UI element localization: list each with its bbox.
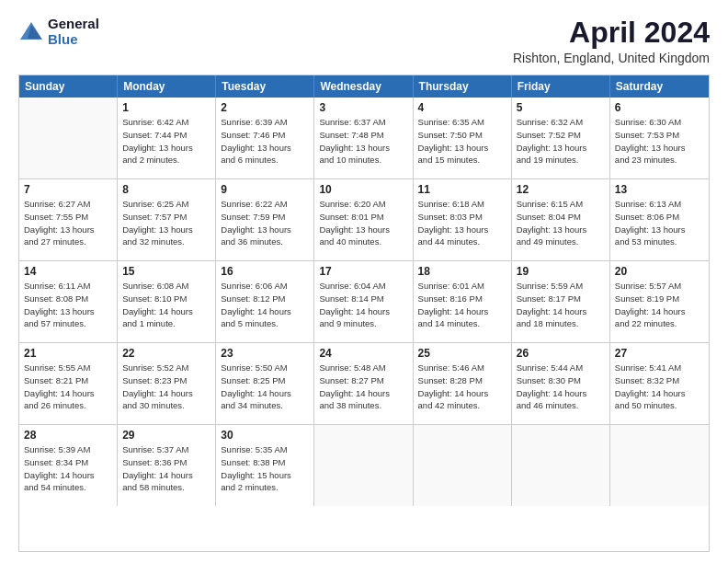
calendar-cell: 7Sunrise: 6:27 AM Sunset: 7:55 PM Daylig… bbox=[19, 179, 118, 260]
day-number: 30 bbox=[221, 429, 309, 442]
calendar-week-row: 14Sunrise: 6:11 AM Sunset: 8:08 PM Dayli… bbox=[19, 261, 709, 343]
calendar-cell: 19Sunrise: 5:59 AM Sunset: 8:17 PM Dayli… bbox=[512, 261, 610, 342]
day-info: Sunrise: 6:11 AM Sunset: 8:08 PM Dayligh… bbox=[24, 280, 112, 330]
calendar-day-header: Tuesday bbox=[216, 75, 314, 98]
month-title: April 2024 bbox=[513, 17, 710, 49]
day-number: 20 bbox=[615, 265, 704, 278]
calendar-cell: 28Sunrise: 5:39 AM Sunset: 8:34 PM Dayli… bbox=[19, 425, 118, 506]
day-info: Sunrise: 6:42 AM Sunset: 7:44 PM Dayligh… bbox=[122, 116, 210, 167]
calendar-day-header: Monday bbox=[118, 75, 216, 98]
day-info: Sunrise: 6:13 AM Sunset: 8:06 PM Dayligh… bbox=[615, 198, 704, 248]
calendar-cell: 8Sunrise: 6:25 AM Sunset: 7:57 PM Daylig… bbox=[118, 179, 216, 260]
day-info: Sunrise: 5:39 AM Sunset: 8:34 PM Dayligh… bbox=[24, 443, 112, 494]
calendar-cell: 17Sunrise: 6:04 AM Sunset: 8:14 PM Dayli… bbox=[314, 261, 413, 342]
calendar-day-header: Thursday bbox=[414, 75, 512, 98]
calendar-cell: 13Sunrise: 6:13 AM Sunset: 8:06 PM Dayli… bbox=[610, 179, 709, 260]
day-number: 15 bbox=[122, 265, 210, 278]
day-number: 2 bbox=[221, 101, 309, 114]
day-number: 29 bbox=[122, 429, 210, 442]
day-info: Sunrise: 6:27 AM Sunset: 7:55 PM Dayligh… bbox=[24, 198, 112, 248]
calendar-cell: 11Sunrise: 6:18 AM Sunset: 8:03 PM Dayli… bbox=[414, 179, 512, 260]
calendar-cell: 14Sunrise: 6:11 AM Sunset: 8:08 PM Dayli… bbox=[19, 261, 118, 342]
calendar-cell: 26Sunrise: 5:44 AM Sunset: 8:30 PM Dayli… bbox=[512, 343, 610, 424]
day-info: Sunrise: 6:39 AM Sunset: 7:46 PM Dayligh… bbox=[221, 116, 309, 167]
calendar-cell: 27Sunrise: 5:41 AM Sunset: 8:32 PM Dayli… bbox=[610, 343, 709, 424]
calendar-cell: 12Sunrise: 6:15 AM Sunset: 8:04 PM Dayli… bbox=[512, 179, 610, 260]
day-number: 24 bbox=[319, 347, 407, 360]
day-info: Sunrise: 5:44 AM Sunset: 8:30 PM Dayligh… bbox=[517, 362, 605, 412]
calendar-cell: 20Sunrise: 5:57 AM Sunset: 8:19 PM Dayli… bbox=[610, 261, 709, 342]
day-number: 11 bbox=[418, 183, 506, 196]
day-info: Sunrise: 6:32 AM Sunset: 7:52 PM Dayligh… bbox=[517, 116, 605, 167]
logo-blue-text: Blue bbox=[48, 32, 99, 48]
day-number: 22 bbox=[122, 347, 210, 360]
calendar-week-row: 28Sunrise: 5:39 AM Sunset: 8:34 PM Dayli… bbox=[19, 425, 709, 506]
day-number: 9 bbox=[221, 183, 309, 196]
day-number: 23 bbox=[221, 347, 309, 360]
calendar-cell: 10Sunrise: 6:20 AM Sunset: 8:01 PM Dayli… bbox=[314, 179, 413, 260]
page-header: General Blue April 2024 Rishton, England… bbox=[18, 17, 710, 65]
day-info: Sunrise: 6:06 AM Sunset: 8:12 PM Dayligh… bbox=[221, 280, 309, 330]
day-info: Sunrise: 6:04 AM Sunset: 8:14 PM Dayligh… bbox=[319, 280, 407, 330]
logo-general-text: General bbox=[48, 17, 99, 32]
calendar-cell: 9Sunrise: 6:22 AM Sunset: 7:59 PM Daylig… bbox=[216, 179, 314, 260]
day-info: Sunrise: 6:37 AM Sunset: 7:48 PM Dayligh… bbox=[319, 116, 407, 167]
calendar-cell bbox=[414, 425, 512, 506]
day-info: Sunrise: 5:37 AM Sunset: 8:36 PM Dayligh… bbox=[122, 443, 210, 494]
calendar-cell: 18Sunrise: 6:01 AM Sunset: 8:16 PM Dayli… bbox=[414, 261, 512, 342]
logo: General Blue bbox=[18, 17, 99, 47]
day-number: 5 bbox=[517, 101, 605, 114]
day-info: Sunrise: 5:41 AM Sunset: 8:32 PM Dayligh… bbox=[615, 362, 704, 412]
day-info: Sunrise: 5:55 AM Sunset: 8:21 PM Dayligh… bbox=[24, 362, 112, 412]
day-number: 21 bbox=[24, 347, 112, 360]
day-info: Sunrise: 5:48 AM Sunset: 8:27 PM Dayligh… bbox=[319, 362, 407, 412]
calendar-cell: 16Sunrise: 6:06 AM Sunset: 8:12 PM Dayli… bbox=[216, 261, 314, 342]
calendar-cell: 3Sunrise: 6:37 AM Sunset: 7:48 PM Daylig… bbox=[314, 98, 413, 178]
calendar-week-row: 21Sunrise: 5:55 AM Sunset: 8:21 PM Dayli… bbox=[19, 343, 709, 425]
day-number: 26 bbox=[517, 347, 605, 360]
day-number: 10 bbox=[319, 183, 407, 196]
day-number: 28 bbox=[24, 429, 112, 442]
location: Rishton, England, United Kingdom bbox=[513, 51, 710, 65]
day-info: Sunrise: 5:46 AM Sunset: 8:28 PM Dayligh… bbox=[418, 362, 506, 412]
calendar-cell: 29Sunrise: 5:37 AM Sunset: 8:36 PM Dayli… bbox=[118, 425, 216, 506]
day-info: Sunrise: 6:35 AM Sunset: 7:50 PM Dayligh… bbox=[418, 116, 506, 167]
calendar: SundayMondayTuesdayWednesdayThursdayFrid… bbox=[18, 75, 710, 552]
calendar-cell: 22Sunrise: 5:52 AM Sunset: 8:23 PM Dayli… bbox=[118, 343, 216, 424]
calendar-cell: 30Sunrise: 5:35 AM Sunset: 8:38 PM Dayli… bbox=[216, 425, 314, 506]
day-number: 19 bbox=[517, 265, 605, 278]
calendar-cell: 1Sunrise: 6:42 AM Sunset: 7:44 PM Daylig… bbox=[118, 98, 216, 178]
calendar-day-header: Wednesday bbox=[314, 75, 413, 98]
day-info: Sunrise: 6:15 AM Sunset: 8:04 PM Dayligh… bbox=[517, 198, 605, 248]
calendar-cell: 24Sunrise: 5:48 AM Sunset: 8:27 PM Dayli… bbox=[314, 343, 413, 424]
day-info: Sunrise: 6:18 AM Sunset: 8:03 PM Dayligh… bbox=[418, 198, 506, 248]
day-number: 3 bbox=[319, 101, 407, 114]
day-info: Sunrise: 6:01 AM Sunset: 8:16 PM Dayligh… bbox=[418, 280, 506, 330]
day-number: 14 bbox=[24, 265, 112, 278]
day-number: 25 bbox=[418, 347, 506, 360]
calendar-cell: 4Sunrise: 6:35 AM Sunset: 7:50 PM Daylig… bbox=[414, 98, 512, 178]
day-number: 4 bbox=[418, 101, 506, 114]
day-number: 7 bbox=[24, 183, 112, 196]
day-info: Sunrise: 5:57 AM Sunset: 8:19 PM Dayligh… bbox=[615, 280, 704, 330]
day-info: Sunrise: 5:59 AM Sunset: 8:17 PM Dayligh… bbox=[517, 280, 605, 330]
day-number: 6 bbox=[615, 101, 704, 114]
calendar-week-row: 7Sunrise: 6:27 AM Sunset: 7:55 PM Daylig… bbox=[19, 179, 709, 261]
day-info: Sunrise: 6:30 AM Sunset: 7:53 PM Dayligh… bbox=[615, 116, 704, 167]
day-number: 12 bbox=[517, 183, 605, 196]
calendar-day-header: Saturday bbox=[610, 75, 709, 98]
day-number: 1 bbox=[122, 101, 210, 114]
title-block: April 2024 Rishton, England, United King… bbox=[513, 17, 710, 65]
day-info: Sunrise: 6:08 AM Sunset: 8:10 PM Dayligh… bbox=[122, 280, 210, 330]
day-number: 27 bbox=[615, 347, 704, 360]
calendar-week-row: 1Sunrise: 6:42 AM Sunset: 7:44 PM Daylig… bbox=[19, 98, 709, 179]
day-info: Sunrise: 5:50 AM Sunset: 8:25 PM Dayligh… bbox=[221, 362, 309, 412]
calendar-cell: 23Sunrise: 5:50 AM Sunset: 8:25 PM Dayli… bbox=[216, 343, 314, 424]
calendar-cell: 6Sunrise: 6:30 AM Sunset: 7:53 PM Daylig… bbox=[610, 98, 709, 178]
day-info: Sunrise: 6:20 AM Sunset: 8:01 PM Dayligh… bbox=[319, 198, 407, 248]
day-number: 13 bbox=[615, 183, 704, 196]
calendar-cell: 15Sunrise: 6:08 AM Sunset: 8:10 PM Dayli… bbox=[118, 261, 216, 342]
calendar-cell bbox=[19, 98, 118, 178]
day-number: 17 bbox=[319, 265, 407, 278]
day-info: Sunrise: 6:22 AM Sunset: 7:59 PM Dayligh… bbox=[221, 198, 309, 248]
